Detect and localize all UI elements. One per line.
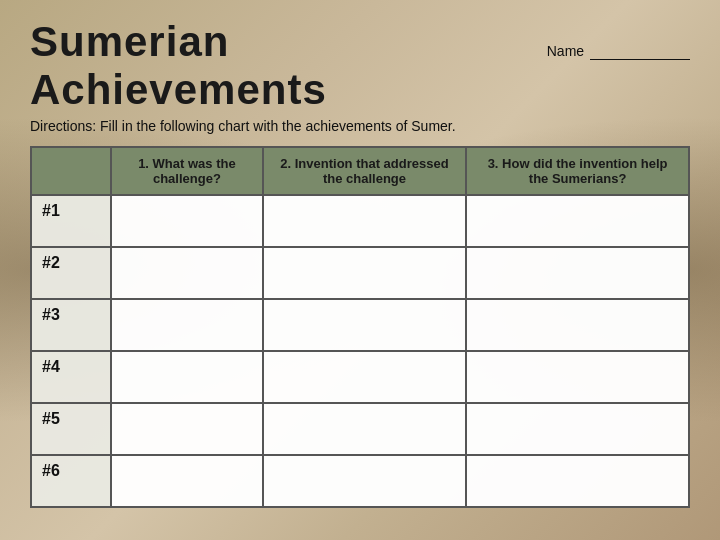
row-2-col2 (263, 247, 466, 299)
name-underline (590, 43, 690, 60)
row-6-label: #6 (31, 455, 111, 507)
table-row: #1 (31, 195, 689, 247)
row-4-col1 (111, 351, 263, 403)
table-row: #5 (31, 403, 689, 455)
row-5-col1 (111, 403, 263, 455)
row-6-col1 (111, 455, 263, 507)
table-row: #4 (31, 351, 689, 403)
row-5-label: #5 (31, 403, 111, 455)
row-2-col1 (111, 247, 263, 299)
col-header-3: 3. How did the invention help the Sumeri… (466, 147, 689, 195)
table-row: #6 (31, 455, 689, 507)
row-4-label: #4 (31, 351, 111, 403)
row-6-col2 (263, 455, 466, 507)
col-header-empty (31, 147, 111, 195)
table-header-row: 1. What was the challenge? 2. Invention … (31, 147, 689, 195)
row-3-col2 (263, 299, 466, 351)
row-5-col3 (466, 403, 689, 455)
row-1-col2 (263, 195, 466, 247)
row-4-col3 (466, 351, 689, 403)
col-header-2: 2. Invention that addressed the challeng… (263, 147, 466, 195)
row-6-col3 (466, 455, 689, 507)
row-1-label: #1 (31, 195, 111, 247)
page-title: Sumerian Achievements (30, 18, 531, 114)
col-header-1: 1. What was the challenge? (111, 147, 263, 195)
header-row: Sumerian Achievements Name (30, 18, 690, 114)
row-2-col3 (466, 247, 689, 299)
table-row: #2 (31, 247, 689, 299)
table-row: #3 (31, 299, 689, 351)
directions-text: Directions: Fill in the following chart … (30, 118, 690, 134)
row-1-col1 (111, 195, 263, 247)
row-1-col3 (466, 195, 689, 247)
row-5-col2 (263, 403, 466, 455)
row-3-label: #3 (31, 299, 111, 351)
achievements-table: 1. What was the challenge? 2. Invention … (30, 146, 690, 508)
row-2-label: #2 (31, 247, 111, 299)
name-label: Name (547, 43, 690, 60)
row-3-col3 (466, 299, 689, 351)
main-content: Sumerian Achievements Name Directions: F… (0, 0, 720, 518)
row-4-col2 (263, 351, 466, 403)
row-3-col1 (111, 299, 263, 351)
